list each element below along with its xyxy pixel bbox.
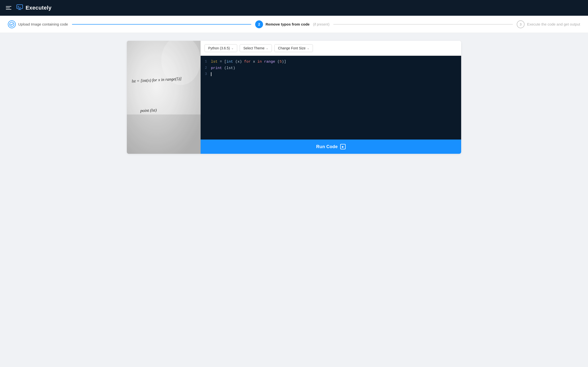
code-lines: 1 lst = [int (x) for x in range (5)] 2 p…: [201, 56, 461, 81]
stepper: Upload Image containing code 2 Remove ty…: [0, 16, 588, 33]
line-num-1: 1: [201, 59, 211, 65]
run-code-label: Run Code: [316, 144, 338, 149]
language-label: Python (3.6.5): [208, 46, 230, 50]
connector-2-3: [333, 24, 513, 25]
step-1-label: Upload Image containing code: [18, 22, 68, 26]
step-2-label: Remove typos from code: [265, 22, 309, 26]
menu-icon[interactable]: [6, 6, 11, 10]
step-3-circle: 3: [517, 20, 525, 28]
svg-point-6: [10, 22, 14, 27]
connector-1-2: [72, 24, 251, 25]
font-label: Change Font Size: [278, 46, 306, 50]
app-logo: Executely: [16, 4, 51, 12]
whiteboard-image: lst = [int(x) for x in range(5)] point (…: [127, 41, 201, 154]
step-2-sublabel: (if present): [313, 22, 329, 26]
line-code-1: lst = [int (x) for x in range (5)]: [211, 59, 461, 65]
font-size-selector[interactable]: Change Font Size ⌄: [274, 44, 313, 52]
step-1-circle: [8, 20, 16, 28]
whiteboard-svg: lst = [int(x) for x in range(5)] point (…: [127, 41, 201, 154]
theme-label: Select Theme: [243, 46, 265, 50]
play-icon: ▶: [340, 144, 346, 149]
step-2-circle: 2: [255, 20, 263, 28]
app-name: Executely: [26, 5, 51, 11]
content-card: lst = [int(x) for x in range(5)] point (…: [127, 41, 461, 154]
font-chevron-icon: ⌄: [307, 47, 309, 50]
code-line-1: 1 lst = [int (x) for x in range (5)]: [201, 59, 461, 65]
svg-rect-10: [127, 114, 201, 154]
code-line-2: 2 print (lst): [201, 65, 461, 71]
image-panel: lst = [int(x) for x in range(5)] point (…: [127, 41, 201, 154]
line-code-3: [211, 71, 461, 78]
line-num-2: 2: [201, 65, 211, 71]
main-content: lst = [int(x) for x in range(5)] point (…: [0, 33, 588, 162]
theme-chevron-icon: ⌄: [266, 47, 268, 50]
svg-line-4: [18, 7, 19, 8]
code-panel: Python (3.6.5) ⌄ Select Theme ⌄ Change F…: [201, 41, 461, 154]
app-header: Executely: [0, 0, 588, 16]
step-3-label: Execute the code and get output: [527, 22, 580, 26]
step-3: 3 Execute the code and get output: [517, 20, 580, 28]
svg-rect-0: [17, 5, 23, 9]
logo-icon: [16, 4, 23, 12]
step-2: 2 Remove typos from code (if present): [255, 20, 329, 28]
text-cursor: [211, 72, 211, 76]
language-selector[interactable]: Python (3.6.5) ⌄: [205, 44, 237, 52]
code-toolbar: Python (3.6.5) ⌄ Select Theme ⌄ Change F…: [201, 41, 461, 56]
run-code-button[interactable]: Run Code ▶: [201, 140, 461, 154]
theme-selector[interactable]: Select Theme ⌄: [240, 44, 272, 52]
code-line-3: 3: [201, 71, 461, 78]
code-editor[interactable]: 1 lst = [int (x) for x in range (5)] 2 p…: [201, 56, 461, 140]
line-num-3: 3: [201, 71, 211, 77]
line-code-2: print (lst): [211, 65, 461, 71]
step-1: Upload Image containing code: [8, 20, 68, 28]
svg-text:point (lst): point (lst): [140, 108, 157, 113]
language-chevron-icon: ⌄: [231, 47, 234, 50]
